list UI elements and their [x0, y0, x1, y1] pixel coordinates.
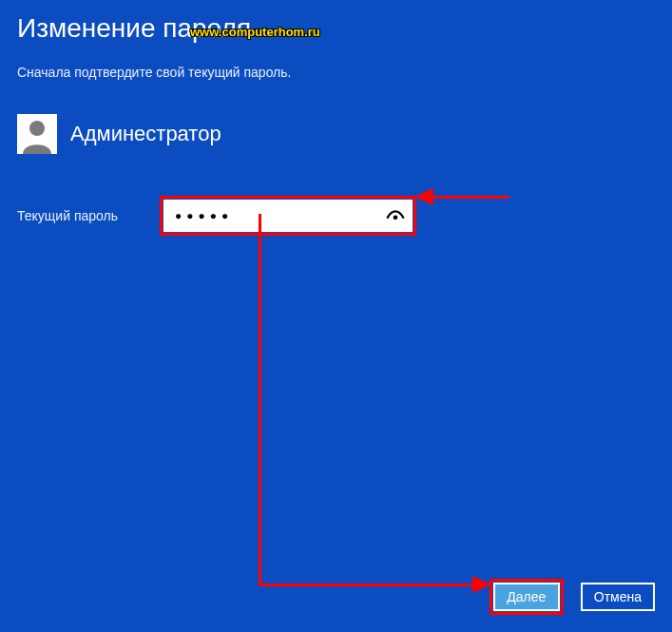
eye-reveal-icon [385, 205, 406, 226]
annotation-vertical-line [259, 214, 261, 586]
annotation-box-next: Далее [490, 579, 564, 615]
avatar [17, 114, 57, 154]
current-password-input[interactable]: ●●●●● [163, 200, 413, 232]
button-bar: Далее Отмена [490, 579, 655, 615]
cancel-button[interactable]: Отмена [581, 583, 655, 611]
current-password-label: Текущий пароль [17, 208, 160, 223]
svg-point-2 [394, 215, 398, 220]
annotation-horizontal-line [259, 584, 472, 586]
user-silhouette-icon [17, 114, 57, 154]
next-button[interactable]: Далее [493, 583, 560, 611]
page-title: Изменение пароля [17, 13, 655, 44]
password-field-row: Текущий пароль ●●●●● [17, 196, 655, 236]
password-masked-value: ●●●●● [175, 209, 382, 222]
svg-point-1 [29, 121, 45, 136]
username-label: Админестратор [70, 122, 221, 146]
change-password-page: Изменение пароля www.computerhom.ru Снач… [0, 0, 672, 632]
user-row: Админестратор [17, 114, 655, 154]
page-subtitle: Сначала подтвердите свой текущий пароль. [17, 65, 655, 80]
annotation-box-password: ●●●●● [160, 196, 416, 236]
password-reveal-button[interactable] [382, 202, 409, 229]
